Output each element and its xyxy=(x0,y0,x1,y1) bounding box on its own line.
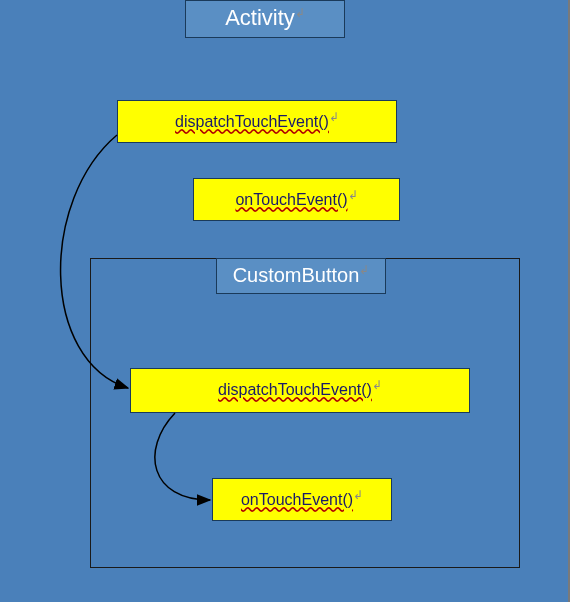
custombutton-header: CustomButton↲ xyxy=(216,258,386,294)
activity-ontouch-label: onTouchEvent() xyxy=(235,191,347,208)
activity-ontouch-box: onTouchEvent()↲ xyxy=(193,178,400,221)
custom-dispatch-box: dispatchTouchEvent()↲ xyxy=(130,368,470,413)
custombutton-header-label: CustomButton xyxy=(233,264,360,286)
return-mark: ↲ xyxy=(348,188,358,202)
custom-ontouch-label: onTouchEvent() xyxy=(241,491,353,508)
activity-header: Activity↲ xyxy=(185,0,345,38)
diagram-canvas: Activity↲ dispatchTouchEvent()↲ onTouchE… xyxy=(0,0,570,602)
custom-ontouch-box: onTouchEvent()↲ xyxy=(212,478,392,521)
custombutton-container xyxy=(90,258,520,568)
return-mark: ↲ xyxy=(295,6,305,20)
return-mark: ↲ xyxy=(353,488,363,502)
activity-header-label: Activity xyxy=(225,5,295,30)
activity-dispatch-box: dispatchTouchEvent()↲ xyxy=(117,100,397,143)
return-mark: ↲ xyxy=(359,263,369,277)
custom-dispatch-label: dispatchTouchEvent() xyxy=(218,381,372,398)
activity-dispatch-label: dispatchTouchEvent() xyxy=(175,113,329,130)
return-mark: ↲ xyxy=(329,110,339,124)
return-mark: ↲ xyxy=(372,378,382,392)
